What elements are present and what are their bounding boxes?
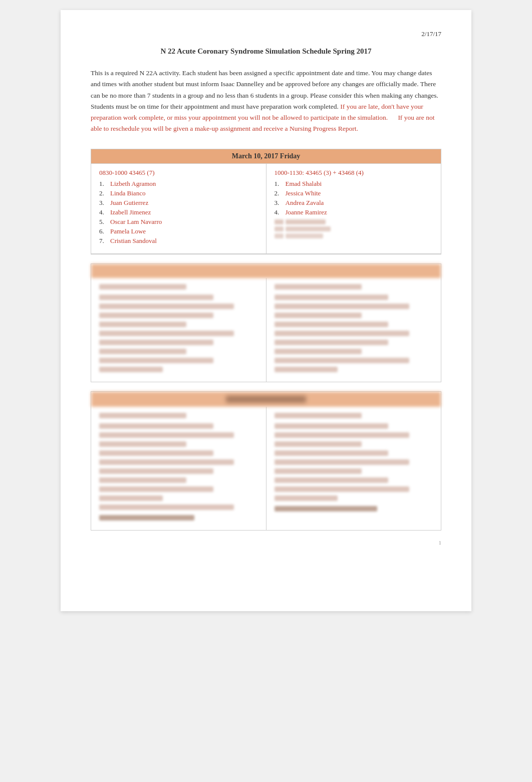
- list-item: 1. Emad Shalabi: [275, 180, 433, 188]
- blurred-header-text: [226, 396, 306, 403]
- list-item: 4. Izabell Jimenez: [99, 208, 258, 216]
- list-item-blurred: [275, 233, 433, 238]
- section-body-march10: 0830-1000 43465 (7) 1. Lizbeth Agramon 2…: [91, 164, 441, 254]
- list-num: 7.: [99, 237, 110, 245]
- col-header-right: 1000-1130: 43465 (3) + 43468 (4): [275, 169, 433, 177]
- blurred-line: [275, 340, 389, 345]
- blurred-line: [99, 304, 234, 309]
- blurred-col-right: [267, 278, 441, 382]
- list-num: 5.: [99, 218, 110, 226]
- blurred-line: [275, 495, 338, 501]
- blurred-line: [99, 413, 186, 418]
- blurred-line: [99, 349, 186, 354]
- blurred-line: [99, 423, 213, 429]
- blurred-line: [99, 313, 213, 318]
- intro-paragraph: This is a required N 22A activity. Each …: [91, 68, 441, 135]
- list-item: 7. Cristian Sandoval: [99, 237, 258, 245]
- schedule-section-blurred-1: [91, 264, 441, 382]
- student-name: Emad Shalabi: [286, 180, 322, 188]
- list-num: 4.: [275, 208, 286, 216]
- student-name: Pamela Lowe: [110, 227, 146, 235]
- list-item: 3. Juan Gutierrez: [99, 199, 258, 207]
- blurred-line: [275, 331, 409, 336]
- list-item: 5. Oscar Lam Navarro: [99, 218, 258, 226]
- blurred-line: [275, 468, 362, 474]
- list-num: 3.: [99, 199, 110, 207]
- blurred-line: [275, 413, 362, 418]
- blurred-section-body: [91, 278, 441, 382]
- document-date: 2/17/17: [91, 30, 441, 38]
- blurred-line: [275, 304, 409, 309]
- blurred-line: [275, 432, 409, 438]
- student-name: Izabell Jimenez: [110, 208, 151, 216]
- blurred-col-left-2: [91, 407, 267, 530]
- blurred-line: [275, 450, 389, 456]
- list-item: 1. Lizbeth Agramon: [99, 180, 258, 188]
- blurred-line: [99, 322, 186, 327]
- blurred-line: [99, 459, 234, 465]
- blurred-line: [99, 450, 213, 456]
- blurred-line: [275, 486, 409, 492]
- list-item: 4. Joanne Ramirez: [275, 208, 433, 216]
- schedule-section-march10: March 10, 2017 Friday 0830-1000 43465 (7…: [91, 149, 441, 254]
- list-num: 2.: [99, 189, 110, 197]
- blurred-col-left: [91, 278, 267, 382]
- blurred-col-right-2: [267, 407, 441, 530]
- student-name: Joanne Ramirez: [286, 208, 327, 216]
- blurred-line: [99, 477, 186, 483]
- blurred-line: [275, 349, 362, 354]
- student-list-left: 1. Lizbeth Agramon 2. Linda Bianco 3. Ju…: [99, 180, 258, 245]
- blurred-section-header: [91, 264, 441, 278]
- blurred-line: [275, 295, 389, 300]
- blurred-line: [99, 340, 213, 345]
- list-item: 2. Linda Bianco: [99, 189, 258, 197]
- col-header-left: 0830-1000 43465 (7): [99, 169, 258, 177]
- section-col-right: 1000-1130: 43465 (3) + 43468 (4) 1. Emad…: [267, 164, 441, 253]
- blurred-line: [99, 295, 213, 300]
- page-number: 1: [91, 540, 441, 546]
- blurred-line: [275, 322, 389, 327]
- student-name: Linda Bianco: [110, 189, 145, 197]
- blurred-line: [99, 432, 234, 438]
- blurred-line: [99, 504, 234, 510]
- student-name: Lizbeth Agramon: [110, 180, 156, 188]
- student-list-right: 1. Emad Shalabi 2. Jessica White 3. Andr…: [275, 180, 433, 238]
- blurred-line: [275, 367, 338, 372]
- section-col-left: 0830-1000 43465 (7) 1. Lizbeth Agramon 2…: [91, 164, 267, 253]
- section-header-march10: March 10, 2017 Friday: [91, 149, 441, 164]
- student-name: Andrea Zavala: [286, 199, 324, 207]
- blurred-section-body-2: [91, 407, 441, 530]
- blurred-line: [275, 477, 389, 483]
- document-page: 2/17/17 N 22 Acute Coronary Syndrome Sim…: [61, 10, 471, 611]
- list-num: 2.: [275, 189, 286, 197]
- blurred-line: [275, 423, 389, 429]
- list-item: 2. Jessica White: [275, 189, 433, 197]
- list-item-blurred: [275, 226, 433, 231]
- intro-spacer: [390, 114, 397, 121]
- blurred-line: [99, 441, 186, 447]
- blurred-line: [275, 441, 362, 447]
- blurred-line: [99, 486, 213, 492]
- blurred-line: [99, 367, 163, 372]
- blurred-line: [275, 358, 409, 363]
- document-title: N 22 Acute Coronary Syndrome Simulation …: [91, 47, 441, 56]
- blurred-line: [99, 468, 213, 474]
- blurred-line: [99, 515, 194, 520]
- list-item: 6. Pamela Lowe: [99, 227, 258, 235]
- blurred-line: [99, 284, 186, 290]
- list-num: 1.: [99, 180, 110, 188]
- blurred-line: [99, 495, 163, 501]
- student-name: Jessica White: [286, 189, 321, 197]
- list-num: 4.: [99, 208, 110, 216]
- blurred-line: [99, 331, 234, 336]
- blurred-line: [275, 313, 362, 318]
- student-name: Cristian Sandoval: [110, 237, 157, 245]
- list-item-blurred: [275, 219, 433, 224]
- list-num: 6.: [99, 227, 110, 235]
- student-name: Juan Gutierrez: [110, 199, 148, 207]
- blurred-section-header-2: [91, 392, 441, 407]
- blurred-line: [99, 358, 213, 363]
- schedule-section-blurred-2: [91, 391, 441, 531]
- blurred-line: [275, 459, 409, 465]
- list-num: 1.: [275, 180, 286, 188]
